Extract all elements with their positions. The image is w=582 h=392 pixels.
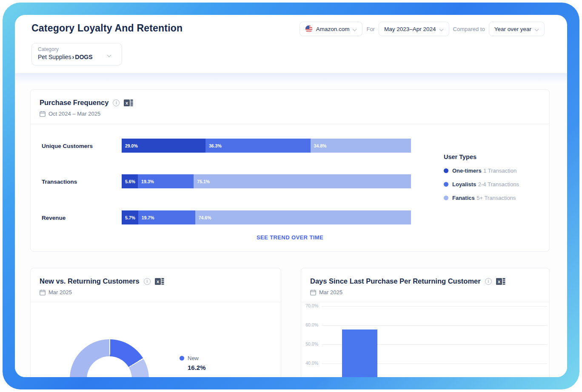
bar-segment: 74.6% bbox=[195, 210, 411, 224]
new-vs-returning-date: Mar 2025 bbox=[48, 289, 72, 295]
row-label: Transactions bbox=[42, 178, 77, 185]
stacked-bar-row: Revenue5.7%19.7%74.6% bbox=[31, 210, 549, 224]
see-trend-link[interactable]: SEE TREND OVER TIME bbox=[31, 234, 549, 241]
calendar-icon bbox=[40, 290, 46, 295]
legend-item: One-timers 1 Transaction bbox=[444, 167, 519, 174]
purchase-frequency-card: Purchase Frequency i x Oct 2024 – Mar 20… bbox=[30, 89, 550, 252]
new-vs-returning-card: New vs. Returning Customers i x Mar 2025 bbox=[30, 268, 281, 377]
days-since-card: Days Since Last Purchase Per Returning C… bbox=[301, 268, 550, 377]
gridline bbox=[322, 306, 547, 307]
legend-item: Fanatics 5+ Transactions bbox=[444, 194, 519, 201]
chevron-down-icon bbox=[535, 27, 539, 31]
date-range-selector[interactable]: May 2023–Apr 2024 bbox=[379, 22, 449, 36]
purchase-frequency-date: Oct 2024 – Mar 2025 bbox=[48, 111, 100, 117]
bar-segment: 29.0% bbox=[122, 139, 205, 153]
category-selector[interactable]: Category Pet Supplies›DOGS bbox=[31, 43, 122, 65]
category-selector-value: Pet Supplies›DOGS bbox=[38, 54, 116, 60]
legend-item: Loyalists 2-4 Transactions bbox=[444, 181, 519, 187]
divider bbox=[31, 302, 281, 302]
y-axis-tick: 70.0% bbox=[301, 303, 318, 308]
calendar-icon bbox=[40, 111, 46, 117]
excel-export-icon[interactable]: x bbox=[124, 99, 133, 107]
us-flag-icon bbox=[305, 25, 313, 33]
donut-hole bbox=[87, 356, 132, 377]
bar-segment: 34.8% bbox=[311, 139, 411, 153]
header-controls: Amazon.com For May 2023–Apr 2024 Compare… bbox=[300, 22, 545, 36]
purchase-frequency-title: Purchase Frequency bbox=[40, 99, 108, 107]
donut-chart bbox=[70, 339, 149, 377]
comparison-selector[interactable]: Year over year bbox=[489, 22, 545, 36]
y-axis-tick: 50.0% bbox=[301, 341, 318, 347]
site-selector-value: Amazon.com bbox=[316, 26, 350, 32]
legend-name: Fanatics bbox=[452, 195, 475, 201]
legend-desc: 1 Transaction bbox=[483, 168, 516, 174]
legend-dot bbox=[444, 168, 448, 173]
legend-dot bbox=[444, 196, 448, 200]
legend-new-value: 16.2% bbox=[188, 364, 206, 371]
info-icon[interactable]: i bbox=[144, 278, 151, 285]
legend-name: Loyalists bbox=[452, 181, 476, 187]
bar-segment: 19.7% bbox=[138, 210, 195, 224]
chevron-down-icon bbox=[107, 53, 111, 57]
bar-segment: 75.1% bbox=[194, 174, 411, 188]
excel-export-icon[interactable]: x bbox=[155, 278, 164, 285]
bar-segment: 19.3% bbox=[138, 174, 194, 188]
user-types-legend: User Types One-timers 1 TransactionLoyal… bbox=[444, 153, 519, 208]
bar-segment: 5.7% bbox=[122, 210, 138, 224]
legend-desc: 5+ Transactions bbox=[476, 195, 516, 201]
svg-text:x: x bbox=[126, 100, 128, 105]
svg-text:x: x bbox=[157, 279, 160, 284]
legend-new-label: New bbox=[188, 355, 199, 361]
column-chart: 70.0%60.0%50.0%40.0% bbox=[301, 268, 549, 377]
header-fade-band bbox=[15, 73, 567, 85]
legend-name: One-timers bbox=[452, 168, 482, 174]
y-axis-tick: 40.0% bbox=[301, 361, 318, 366]
legend-title: User Types bbox=[444, 153, 519, 160]
date-range-value: May 2023–Apr 2024 bbox=[384, 26, 436, 32]
legend-dot bbox=[444, 182, 448, 187]
info-icon[interactable]: i bbox=[113, 99, 120, 106]
dashboard-panel: Category Loyalty And Retention Amazon.co… bbox=[15, 15, 567, 377]
legend-desc: 2-4 Transactions bbox=[478, 181, 519, 187]
compared-to-label: Compared to bbox=[453, 26, 485, 32]
new-vs-returning-title: New vs. Returning Customers bbox=[40, 277, 140, 285]
stacked-bar-row: Unique Customers29.0%36.3%34.8% bbox=[31, 139, 549, 153]
column-bar bbox=[342, 330, 377, 377]
legend-dot bbox=[180, 356, 184, 361]
divider bbox=[31, 124, 549, 124]
row-label: Unique Customers bbox=[42, 142, 93, 149]
for-label: For bbox=[366, 26, 375, 32]
y-axis-tick: 60.0% bbox=[301, 322, 318, 327]
bar-segment: 5.6% bbox=[122, 174, 138, 188]
comparison-value: Year over year bbox=[494, 26, 531, 32]
chevron-down-icon bbox=[439, 27, 444, 31]
category-selector-label: Category bbox=[38, 46, 116, 52]
chevron-down-icon bbox=[353, 27, 357, 31]
page: Category Loyalty And Retention Amazon.co… bbox=[0, 0, 582, 392]
row-label: Revenue bbox=[42, 214, 66, 221]
donut-legend: New 16.2% bbox=[180, 355, 206, 371]
site-selector[interactable]: Amazon.com bbox=[300, 22, 363, 36]
bar-segment: 36.3% bbox=[205, 139, 311, 153]
page-title: Category Loyalty And Retention bbox=[31, 23, 183, 34]
gridline bbox=[322, 325, 547, 326]
